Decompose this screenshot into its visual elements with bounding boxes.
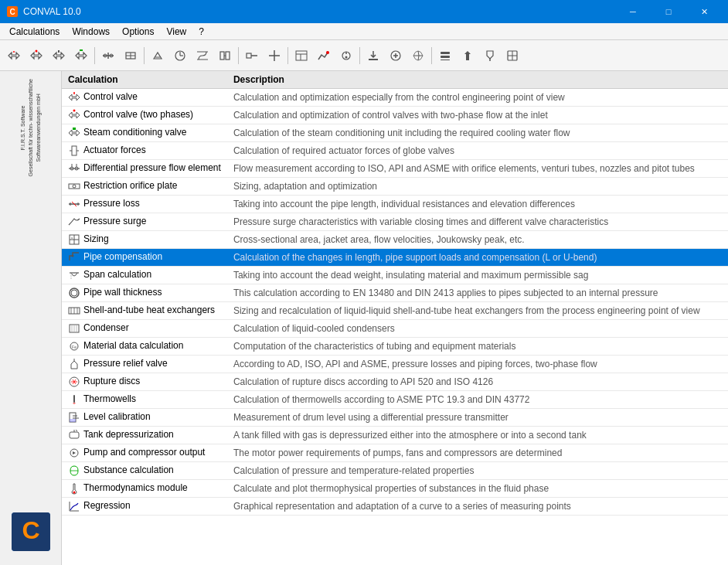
- svg-rect-18: [226, 52, 230, 60]
- calc-name: Control valve (two phases): [62, 107, 227, 124]
- toolbar-btn-12[interactable]: [264, 45, 285, 66]
- window-controls: ─ □ ✕: [615, 0, 722, 23]
- toolbar-btn-21[interactable]: [479, 45, 501, 66]
- toolbar-btn-6[interactable]: [120, 45, 141, 66]
- calc-desc: Calculation of the changes in length, pi…: [227, 249, 728, 267]
- toolbar-sep-4: [287, 47, 288, 64]
- sidebar: F.I.R.S.T. Software Gesellschaft für tec…: [0, 71, 62, 565]
- svg-text:a: a: [71, 236, 73, 240]
- company-name: F.I.R.S.T. Software Gesellschaft für tec…: [19, 79, 42, 176]
- table-row[interactable]: RegressionGraphical representation and a…: [62, 498, 728, 516]
- sidebar-content: F.I.R.S.T. Software Gesellschaft für tec…: [12, 79, 50, 557]
- calc-desc: Calculation of liquid-cooled condensers: [227, 320, 728, 338]
- svg-rect-24: [296, 51, 307, 60]
- calc-name: Steam conditioning valve: [62, 124, 227, 142]
- calc-name: Thermodynamics module: [62, 480, 227, 498]
- table-row[interactable]: FeMaterial data calculationComputation o…: [62, 338, 728, 356]
- toolbar-sep-1: [94, 47, 95, 64]
- table-row[interactable]: Pipe compensationCalculation of the chan…: [62, 249, 728, 267]
- svg-rect-38: [441, 60, 450, 60]
- menu-windows[interactable]: Windows: [66, 25, 116, 39]
- menu-options[interactable]: Options: [116, 25, 160, 39]
- calc-desc: Calculation of thermowells according to …: [227, 391, 728, 409]
- toolbar-btn-3[interactable]: [48, 45, 70, 66]
- toolbar-btn-5[interactable]: [97, 45, 119, 66]
- close-button[interactable]: ✕: [686, 0, 722, 23]
- toolbar: [0, 40, 728, 71]
- table-row[interactable]: Pressure lossTaking into account the pip…: [62, 196, 728, 213]
- table-row[interactable]: Restriction orifice plateSizing, adaptat…: [62, 178, 728, 196]
- toolbar-btn-14[interactable]: [313, 45, 335, 66]
- svg-rect-31: [369, 59, 378, 60]
- toolbar-btn-13[interactable]: [291, 45, 312, 66]
- table-row[interactable]: ThermowellsCalculation of thermowells ac…: [62, 391, 728, 409]
- table-row[interactable]: Level calibrationMeasurement of drum lev…: [62, 409, 728, 427]
- toolbar-btn-4[interactable]: [70, 45, 92, 66]
- toolbar-btn-1[interactable]: [3, 45, 25, 66]
- table-row[interactable]: Actuator forcesCalculation of required a…: [62, 142, 728, 160]
- table-row[interactable]: Control valveCalculation and optimizatio…: [62, 89, 728, 107]
- calc-name: Differential pressure flow element: [62, 160, 227, 178]
- table-row[interactable]: CondenserCalculation of liquid-cooled co…: [62, 320, 728, 338]
- calc-name: Pressure relief valve: [62, 356, 227, 373]
- table-row[interactable]: Control valve (two phases)Calculation an…: [62, 107, 728, 124]
- svg-rect-20: [247, 53, 251, 58]
- content-area[interactable]: Calculation Description Control valveCal…: [62, 71, 728, 565]
- calc-desc: According to AD, ISO, API and ASME, pres…: [227, 356, 728, 373]
- main-layout: F.I.R.S.T. Software Gesellschaft für tec…: [0, 71, 728, 565]
- svg-rect-78: [73, 395, 75, 403]
- toolbar-sep-2: [144, 47, 145, 64]
- maximize-button[interactable]: □: [651, 0, 686, 23]
- menu-view[interactable]: View: [160, 25, 192, 39]
- table-row[interactable]: Tank depressurizationA tank filled with …: [62, 427, 728, 444]
- toolbar-btn-16[interactable]: [362, 45, 384, 66]
- toolbar-btn-22[interactable]: [502, 45, 523, 66]
- toolbar-btn-9[interactable]: [192, 45, 213, 66]
- menu-bar: Calculations Windows Options View ?: [0, 23, 728, 40]
- table-row[interactable]: aSizingCross-sectional area, jacket area…: [62, 231, 728, 249]
- svg-text:C: C: [9, 8, 15, 16]
- table-row[interactable]: Thermodynamics moduleCalculate and plot …: [62, 480, 728, 498]
- calc-name: Pump and compressor output: [62, 444, 227, 462]
- table-row[interactable]: Pipe wall thicknessThis calculation acco…: [62, 284, 728, 302]
- calc-name: Condenser: [62, 320, 227, 338]
- table-row[interactable]: Span calculationTaking into account the …: [62, 267, 728, 284]
- toolbar-btn-11[interactable]: [241, 45, 263, 66]
- menu-calculations[interactable]: Calculations: [3, 25, 66, 39]
- toolbar-btn-17[interactable]: [385, 45, 407, 66]
- svg-point-30: [345, 56, 348, 58]
- toolbar-btn-19[interactable]: [434, 45, 456, 66]
- table-row[interactable]: Differential pressure flow elementFlow m…: [62, 160, 728, 178]
- toolbar-btn-20[interactable]: [457, 45, 478, 66]
- calc-name: FeMaterial data calculation: [62, 338, 227, 356]
- toolbar-btn-8[interactable]: [169, 45, 191, 66]
- table-row[interactable]: Substance calculationCalculation of pres…: [62, 462, 728, 480]
- minimize-button[interactable]: ─: [615, 0, 651, 23]
- calc-name: Restriction orifice plate: [62, 178, 227, 196]
- calc-name: Thermowells: [62, 391, 227, 409]
- toolbar-btn-2[interactable]: [26, 45, 47, 66]
- svg-rect-47: [72, 146, 77, 155]
- toolbar-btn-10[interactable]: [214, 45, 236, 66]
- table-row[interactable]: Shell-and-tube heat exchangersSizing and…: [62, 302, 728, 320]
- calc-desc: A tank filled with gas is depressurized …: [227, 427, 728, 444]
- calc-desc: Pressure surge characteristics with vari…: [227, 213, 728, 231]
- calc-name: Rupture discs: [62, 373, 227, 391]
- toolbar-btn-7[interactable]: [147, 45, 168, 66]
- window-title: CONVAL 10.0: [23, 6, 615, 17]
- table-row[interactable]: Rupture discsCalculation of rupture disc…: [62, 373, 728, 391]
- svg-text:C: C: [22, 516, 39, 544]
- table-row[interactable]: Steam conditioning valveCalculation of t…: [62, 124, 728, 142]
- menu-help[interactable]: ?: [192, 25, 210, 39]
- toolbar-btn-15[interactable]: [335, 45, 357, 66]
- calc-name: Pipe compensation: [62, 249, 227, 267]
- calc-name: Shell-and-tube heat exchangers: [62, 302, 227, 320]
- table-row[interactable]: Pump and compressor outputThe motor powe…: [62, 444, 728, 462]
- toolbar-btn-18[interactable]: [407, 45, 429, 66]
- table-row[interactable]: Pressure relief valveAccording to AD, IS…: [62, 356, 728, 373]
- table-row[interactable]: Pressure surgePressure surge characteris…: [62, 213, 728, 231]
- svg-point-27: [326, 51, 329, 54]
- calc-desc: Sizing, adaptation and optimization: [227, 178, 728, 196]
- calc-name: Regression: [62, 498, 227, 516]
- calc-desc: Sizing and recalculation of liquid-liqui…: [227, 302, 728, 320]
